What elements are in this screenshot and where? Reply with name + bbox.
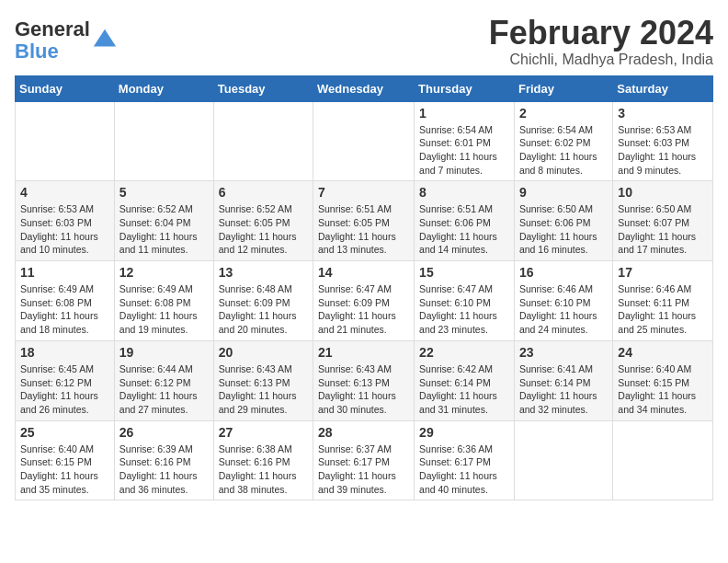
calendar-cell xyxy=(313,101,415,181)
day-number: 22 xyxy=(419,345,509,360)
calendar-cell: 15Sunrise: 6:47 AMSunset: 6:10 PMDayligh… xyxy=(415,261,515,341)
day-info: Sunrise: 6:40 AMSunset: 6:15 PMDaylight:… xyxy=(20,442,109,497)
day-number: 11 xyxy=(20,265,109,280)
logo: GeneralBlue xyxy=(15,18,118,63)
day-number: 24 xyxy=(618,345,708,360)
day-number: 1 xyxy=(419,106,509,121)
header-wednesday: Wednesday xyxy=(313,75,415,101)
day-info: Sunrise: 6:43 AMSunset: 6:13 PMDaylight:… xyxy=(318,362,409,417)
header-saturday: Saturday xyxy=(613,75,713,101)
day-info: Sunrise: 6:48 AMSunset: 6:09 PMDaylight:… xyxy=(219,282,308,337)
day-number: 27 xyxy=(219,425,308,440)
calendar-cell: 22Sunrise: 6:42 AMSunset: 6:14 PMDayligh… xyxy=(415,340,515,420)
week-row-3: 11Sunrise: 6:49 AMSunset: 6:08 PMDayligh… xyxy=(16,261,713,341)
day-info: Sunrise: 6:54 AMSunset: 6:02 PMDaylight:… xyxy=(519,123,608,178)
day-number: 4 xyxy=(20,185,109,200)
calendar-cell xyxy=(613,420,713,500)
day-info: Sunrise: 6:45 AMSunset: 6:12 PMDaylight:… xyxy=(20,362,109,417)
day-info: Sunrise: 6:50 AMSunset: 6:06 PMDaylight:… xyxy=(519,202,608,257)
calendar-table: SundayMondayTuesdayWednesdayThursdayFrid… xyxy=(15,75,713,501)
day-info: Sunrise: 6:36 AMSunset: 6:17 PMDaylight:… xyxy=(419,442,509,497)
week-row-1: 1Sunrise: 6:54 AMSunset: 6:01 PMDaylight… xyxy=(16,101,713,181)
calendar-cell: 5Sunrise: 6:52 AMSunset: 6:04 PMDaylight… xyxy=(114,181,213,261)
calendar-cell: 28Sunrise: 6:37 AMSunset: 6:17 PMDayligh… xyxy=(313,420,415,500)
day-info: Sunrise: 6:40 AMSunset: 6:15 PMDaylight:… xyxy=(618,362,708,417)
header-tuesday: Tuesday xyxy=(213,75,313,101)
calendar-cell: 6Sunrise: 6:52 AMSunset: 6:05 PMDaylight… xyxy=(213,181,313,261)
day-number: 25 xyxy=(20,425,109,440)
day-info: Sunrise: 6:41 AMSunset: 6:14 PMDaylight:… xyxy=(519,362,608,417)
calendar-cell: 25Sunrise: 6:40 AMSunset: 6:15 PMDayligh… xyxy=(16,420,115,500)
header-friday: Friday xyxy=(514,75,612,101)
day-info: Sunrise: 6:49 AMSunset: 6:08 PMDaylight:… xyxy=(119,282,209,337)
calendar-cell xyxy=(114,101,213,181)
calendar-cell: 13Sunrise: 6:48 AMSunset: 6:09 PMDayligh… xyxy=(213,261,313,341)
location-title: Chichli, Madhya Pradesh, India xyxy=(489,52,713,68)
calendar-cell: 8Sunrise: 6:51 AMSunset: 6:06 PMDaylight… xyxy=(415,181,515,261)
calendar-cell: 21Sunrise: 6:43 AMSunset: 6:13 PMDayligh… xyxy=(313,340,415,420)
day-number: 6 xyxy=(219,185,308,200)
day-number: 3 xyxy=(618,106,708,121)
month-title: February 2024 xyxy=(489,15,713,52)
day-info: Sunrise: 6:49 AMSunset: 6:08 PMDaylight:… xyxy=(20,282,109,337)
header: GeneralBlue February 2024 Chichli, Madhy… xyxy=(15,15,713,68)
day-number: 26 xyxy=(119,425,209,440)
calendar-cell: 20Sunrise: 6:43 AMSunset: 6:13 PMDayligh… xyxy=(213,340,313,420)
header-monday: Monday xyxy=(114,75,213,101)
day-info: Sunrise: 6:51 AMSunset: 6:06 PMDaylight:… xyxy=(419,202,509,257)
day-info: Sunrise: 6:44 AMSunset: 6:12 PMDaylight:… xyxy=(119,362,209,417)
calendar-cell: 27Sunrise: 6:38 AMSunset: 6:16 PMDayligh… xyxy=(213,420,313,500)
calendar-cell: 24Sunrise: 6:40 AMSunset: 6:15 PMDayligh… xyxy=(613,340,713,420)
day-number: 5 xyxy=(119,185,209,200)
day-number: 18 xyxy=(20,345,109,360)
calendar-cell: 9Sunrise: 6:50 AMSunset: 6:06 PMDaylight… xyxy=(514,181,612,261)
day-number: 7 xyxy=(318,185,409,200)
calendar-cell: 4Sunrise: 6:53 AMSunset: 6:03 PMDaylight… xyxy=(16,181,115,261)
calendar-cell: 2Sunrise: 6:54 AMSunset: 6:02 PMDaylight… xyxy=(514,101,612,181)
day-number: 2 xyxy=(519,106,608,121)
logo-icon xyxy=(92,28,118,53)
week-row-4: 18Sunrise: 6:45 AMSunset: 6:12 PMDayligh… xyxy=(16,340,713,420)
title-area: February 2024 Chichli, Madhya Pradesh, I… xyxy=(489,15,713,68)
calendar-cell: 1Sunrise: 6:54 AMSunset: 6:01 PMDaylight… xyxy=(415,101,515,181)
day-number: 14 xyxy=(318,265,409,280)
day-number: 23 xyxy=(519,345,608,360)
day-info: Sunrise: 6:52 AMSunset: 6:04 PMDaylight:… xyxy=(119,202,209,257)
day-number: 16 xyxy=(519,265,608,280)
day-number: 17 xyxy=(618,265,708,280)
day-number: 10 xyxy=(618,185,708,200)
calendar-cell: 16Sunrise: 6:46 AMSunset: 6:10 PMDayligh… xyxy=(514,261,612,341)
day-info: Sunrise: 6:54 AMSunset: 6:01 PMDaylight:… xyxy=(419,123,509,178)
calendar-cell: 14Sunrise: 6:47 AMSunset: 6:09 PMDayligh… xyxy=(313,261,415,341)
calendar-cell: 3Sunrise: 6:53 AMSunset: 6:03 PMDaylight… xyxy=(613,101,713,181)
day-info: Sunrise: 6:51 AMSunset: 6:05 PMDaylight:… xyxy=(318,202,409,257)
calendar-cell xyxy=(213,101,313,181)
calendar-cell: 26Sunrise: 6:39 AMSunset: 6:16 PMDayligh… xyxy=(114,420,213,500)
day-number: 28 xyxy=(318,425,409,440)
logo-text: GeneralBlue xyxy=(15,18,90,63)
day-info: Sunrise: 6:53 AMSunset: 6:03 PMDaylight:… xyxy=(20,202,109,257)
day-number: 12 xyxy=(119,265,209,280)
day-info: Sunrise: 6:38 AMSunset: 6:16 PMDaylight:… xyxy=(219,442,308,497)
day-number: 8 xyxy=(419,185,509,200)
day-number: 15 xyxy=(419,265,509,280)
day-info: Sunrise: 6:46 AMSunset: 6:10 PMDaylight:… xyxy=(519,282,608,337)
day-info: Sunrise: 6:43 AMSunset: 6:13 PMDaylight:… xyxy=(219,362,308,417)
day-info: Sunrise: 6:53 AMSunset: 6:03 PMDaylight:… xyxy=(618,123,708,178)
day-info: Sunrise: 6:47 AMSunset: 6:09 PMDaylight:… xyxy=(318,282,409,337)
day-info: Sunrise: 6:50 AMSunset: 6:07 PMDaylight:… xyxy=(618,202,708,257)
calendar-cell xyxy=(514,420,612,500)
calendar-cell: 11Sunrise: 6:49 AMSunset: 6:08 PMDayligh… xyxy=(16,261,115,341)
calendar-cell: 19Sunrise: 6:44 AMSunset: 6:12 PMDayligh… xyxy=(114,340,213,420)
calendar-header-row: SundayMondayTuesdayWednesdayThursdayFrid… xyxy=(16,75,713,101)
day-info: Sunrise: 6:52 AMSunset: 6:05 PMDaylight:… xyxy=(219,202,308,257)
calendar-cell: 29Sunrise: 6:36 AMSunset: 6:17 PMDayligh… xyxy=(415,420,515,500)
calendar-cell: 17Sunrise: 6:46 AMSunset: 6:11 PMDayligh… xyxy=(613,261,713,341)
day-number: 9 xyxy=(519,185,608,200)
day-info: Sunrise: 6:42 AMSunset: 6:14 PMDaylight:… xyxy=(419,362,509,417)
day-info: Sunrise: 6:47 AMSunset: 6:10 PMDaylight:… xyxy=(419,282,509,337)
header-thursday: Thursday xyxy=(415,75,515,101)
calendar-cell: 12Sunrise: 6:49 AMSunset: 6:08 PMDayligh… xyxy=(114,261,213,341)
day-number: 21 xyxy=(318,345,409,360)
week-row-5: 25Sunrise: 6:40 AMSunset: 6:15 PMDayligh… xyxy=(16,420,713,500)
